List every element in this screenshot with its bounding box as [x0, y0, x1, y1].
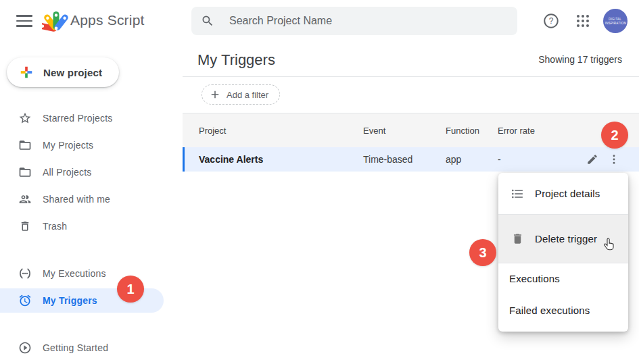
row-overflow-menu-button[interactable] [605, 151, 623, 168]
folder-icon [18, 165, 32, 179]
menu-item-label: Executions [509, 273, 560, 284]
row-function-name: app [446, 147, 461, 172]
svg-text:?: ? [549, 16, 554, 26]
column-header-project: Project [199, 113, 226, 147]
sidebar-item-label: My Executions [43, 268, 106, 279]
step-badge-3: 3 [469, 239, 496, 266]
step-badge-2: 2 [601, 122, 628, 149]
sidebar-item-label: My Projects [43, 140, 93, 151]
play-circle-icon [18, 341, 32, 355]
trash-filled-icon [511, 232, 524, 246]
add-filter-label: Add a filter [227, 90, 268, 100]
new-project-button[interactable]: New project [7, 57, 119, 87]
avatar-text-line2: INSPIRATION [605, 21, 625, 24]
add-filter-button[interactable]: Add a filter [202, 84, 280, 105]
new-project-label: New project [43, 67, 102, 78]
star-icon [18, 111, 32, 125]
sidebar-item-all-projects[interactable]: All Projects [0, 159, 164, 186]
sidebar-item-label: All Projects [43, 167, 91, 178]
sidebar-item-shared-with-me[interactable]: Shared with me [0, 186, 164, 213]
alarm-icon [18, 294, 32, 307]
row-error-rate: - [498, 147, 501, 172]
apps-script-logo-icon [42, 7, 70, 35]
sidebar-item-label: Trash [43, 221, 67, 232]
menu-item-label: Delete trigger [535, 233, 597, 244]
sidebar-item-label: Getting Started [43, 342, 108, 353]
row-event-type: Time-based [363, 147, 412, 172]
column-header-function: Function [446, 113, 479, 147]
sidebar-item-label: Starred Projects [43, 113, 113, 124]
trash-icon [18, 219, 32, 233]
triggers-count-text: Showing 17 triggers [538, 54, 622, 65]
menu-item-label: Project details [535, 188, 600, 199]
column-header-event: Event [363, 113, 385, 147]
app-title: Apps Script [70, 12, 145, 28]
sidebar-item-label: Shared with me [43, 194, 110, 205]
avatar-text-line1: DIGITAL [609, 17, 621, 20]
hamburger-menu-icon[interactable] [15, 13, 34, 29]
search-icon [201, 14, 214, 28]
step-badge-1: 1 [117, 276, 144, 303]
sidebar-item-starred-projects[interactable]: Starred Projects [0, 105, 164, 132]
row-project-name: Vaccine Alerts [199, 147, 263, 172]
search-bar[interactable] [191, 7, 517, 35]
menu-item-project-details[interactable]: Project details [498, 173, 628, 214]
sidebar-item-label: My Triggers [43, 295, 97, 306]
google-plus-icon [19, 65, 34, 80]
search-input[interactable] [229, 15, 508, 27]
header-divider [183, 76, 639, 77]
menu-item-failed-executions[interactable]: Failed executions [498, 294, 628, 326]
menu-item-label: Failed executions [509, 305, 590, 316]
three-dots-vertical-icon [608, 153, 620, 165]
folder-icon [18, 138, 32, 152]
executions-icon [18, 267, 32, 280]
list-icon [511, 187, 524, 201]
sidebar-item-getting-started[interactable]: Getting Started [0, 334, 164, 361]
people-icon [18, 192, 32, 206]
help-icon[interactable]: ? [542, 12, 560, 30]
plus-icon [209, 88, 221, 101]
sidebar-item-my-projects[interactable]: My Projects [0, 132, 164, 159]
google-apps-grid-icon[interactable] [575, 13, 591, 29]
page-title: My Triggers [197, 51, 275, 69]
column-header-error-rate: Error rate [498, 113, 535, 147]
table-row[interactable]: Vaccine Alerts Time-based app - [183, 147, 639, 172]
sidebar-item-trash[interactable]: Trash [0, 213, 164, 240]
pencil-icon [586, 153, 598, 165]
apps-script-window: Apps Script ? DIGITAL INSPIRATION New pr… [0, 0, 639, 364]
edit-trigger-button[interactable] [584, 151, 601, 168]
hand-pointer-cursor-icon [601, 236, 617, 254]
menu-item-executions[interactable]: Executions [498, 263, 628, 294]
triggers-table-header: Project Event Function Error rate [183, 113, 639, 147]
account-avatar[interactable]: DIGITAL INSPIRATION [603, 9, 628, 33]
